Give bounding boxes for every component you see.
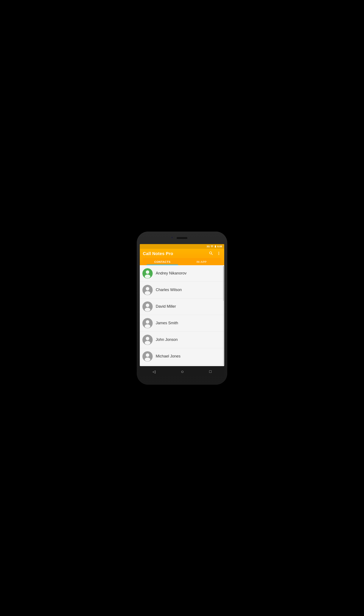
contact-list-container: Andrey Nikanorov Charles Wilson David Mi…	[140, 265, 224, 366]
phone-top-hardware	[140, 235, 224, 243]
svg-point-10	[146, 320, 149, 324]
recents-button[interactable]: □	[209, 369, 211, 374]
svg-point-17	[145, 357, 150, 361]
contact-name: James Smith	[156, 321, 178, 325]
contact-avatar	[142, 335, 153, 345]
contact-item[interactable]: Charles Wilson	[140, 282, 224, 298]
svg-point-8	[145, 308, 150, 312]
contact-name: Michael Jones	[156, 354, 181, 358]
phone-speaker	[177, 237, 187, 239]
svg-point-1	[146, 270, 149, 274]
svg-point-13	[146, 337, 149, 340]
contact-name: John Jonson	[156, 337, 178, 342]
scroll-thumb	[223, 266, 224, 301]
svg-point-4	[146, 287, 149, 290]
tab-in-app[interactable]: IN-APP	[182, 258, 221, 265]
contact-avatar	[142, 268, 153, 279]
signal-icon	[210, 245, 213, 248]
app-bar: Call Notes Pro CONTACTS	[140, 249, 224, 265]
app-bar-actions	[209, 251, 221, 256]
svg-point-2	[145, 274, 150, 278]
svg-point-11	[145, 324, 150, 328]
phone-device: 3G 6:08 Call Notes Pro	[137, 232, 227, 385]
svg-point-5	[145, 291, 150, 295]
contact-item[interactable]: James Smith	[140, 315, 224, 332]
contact-list: Andrey Nikanorov Charles Wilson David Mi…	[140, 265, 224, 366]
contact-name: Charles Wilson	[156, 288, 182, 292]
svg-point-14	[145, 341, 150, 345]
phone-screen: 3G 6:08 Call Notes Pro	[140, 244, 224, 366]
svg-point-16	[146, 353, 149, 357]
search-button[interactable]	[209, 251, 213, 256]
tab-bar: CONTACTS IN-APP	[143, 258, 221, 265]
contact-name: Andrey Nikanorov	[156, 271, 186, 275]
contact-avatar	[142, 351, 153, 362]
app-bar-title-row: Call Notes Pro	[143, 251, 221, 256]
time-display: 6:08	[217, 245, 222, 248]
contact-avatar	[142, 301, 153, 312]
contact-item[interactable]: David Miller	[140, 298, 224, 315]
front-camera	[171, 237, 173, 238]
battery-icon	[214, 245, 217, 248]
status-bar: 3G 6:08	[140, 244, 224, 249]
contact-avatar	[142, 318, 153, 328]
contact-item[interactable]: Richard Davis	[140, 365, 224, 366]
contact-item[interactable]: Andrey Nikanorov	[140, 265, 224, 282]
home-button[interactable]: ○	[181, 369, 184, 374]
contact-item[interactable]: Michael Jones	[140, 348, 224, 365]
tab-contacts[interactable]: CONTACTS	[143, 258, 182, 265]
svg-point-7	[146, 303, 149, 307]
navigation-bar: ◁ ○ □	[140, 367, 224, 376]
contact-name: David Miller	[156, 304, 176, 309]
app-title: Call Notes Pro	[143, 251, 173, 256]
back-button[interactable]: ◁	[153, 369, 156, 374]
scroll-indicator	[223, 266, 224, 365]
contact-avatar	[142, 285, 153, 295]
network-indicator: 3G	[207, 245, 210, 248]
more-options-button[interactable]	[216, 251, 221, 256]
contact-item[interactable]: John Jonson	[140, 332, 224, 348]
status-icons: 3G 6:08	[207, 245, 222, 248]
